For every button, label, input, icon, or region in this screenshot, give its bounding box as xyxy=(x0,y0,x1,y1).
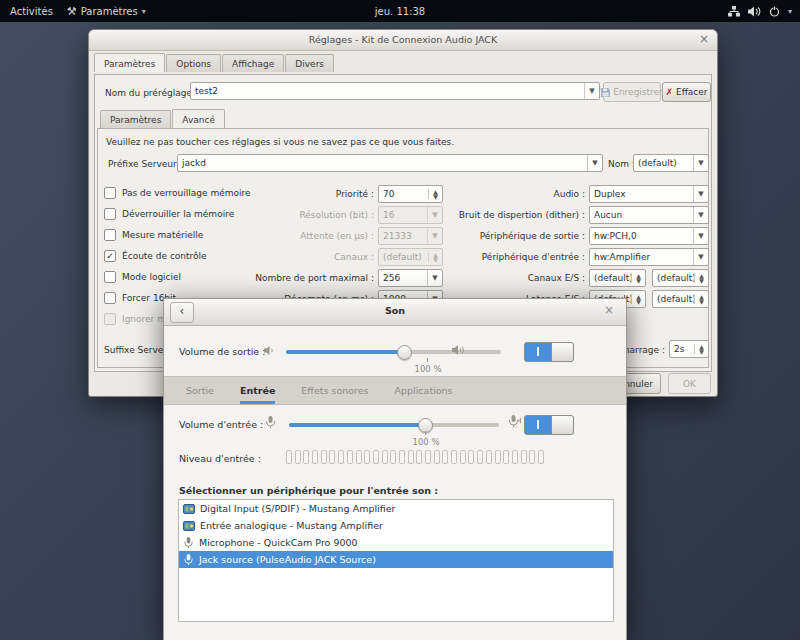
level-segment xyxy=(538,450,544,464)
close-icon[interactable]: × xyxy=(699,33,709,45)
device-row-analog-input[interactable]: Entrée analogique - Mustang Amplifier xyxy=(179,517,613,534)
level-segment xyxy=(356,450,362,464)
device-select-label: Sélectionner un périphérique pour l'entr… xyxy=(179,485,438,496)
checkbox-box xyxy=(104,271,116,283)
output-volume-switch[interactable] xyxy=(524,342,574,362)
server-prefix-label: Préfixe Serveur : xyxy=(108,159,183,169)
level-segment xyxy=(312,450,318,464)
delete-x-icon: ✗ xyxy=(665,87,673,97)
tab-options[interactable]: Options xyxy=(166,54,221,72)
tab-divers[interactable]: Divers xyxy=(285,54,334,72)
tab-effets-sonores[interactable]: Effets sonores xyxy=(301,377,368,404)
server-name-combobox[interactable]: (default) ▼ xyxy=(633,154,709,172)
checkbox-box xyxy=(104,313,116,325)
checkbox-box xyxy=(104,229,116,241)
level-segment xyxy=(529,450,535,464)
chevron-down-icon[interactable]: ▼ xyxy=(693,249,708,265)
startup-delay-spinbox[interactable]: 2s ▲▼ xyxy=(669,340,709,358)
spin-arrows-icon[interactable]: ▲▼ xyxy=(694,294,708,304)
output-volume-handle[interactable] xyxy=(397,345,412,360)
device-row-digital-input[interactable]: Digital Input (S/PDIF) - Mustang Amplifi… xyxy=(179,500,613,517)
output-volume-slider[interactable] xyxy=(286,350,501,354)
chevron-down-icon[interactable]: ▼ xyxy=(693,207,708,223)
spin-arrows-icon[interactable]: ▲▼ xyxy=(631,294,645,304)
sound-dialog-header[interactable]: ‹ Son × xyxy=(164,299,626,326)
save-preset-button[interactable]: Enregistrer xyxy=(603,82,661,102)
input-volume-slider[interactable] xyxy=(289,423,499,427)
system-status-area[interactable]: ▾ xyxy=(728,0,792,22)
delete-preset-button[interactable]: ✗ Effacer xyxy=(662,82,711,102)
tab-affichage[interactable]: Affichage xyxy=(222,54,284,72)
chevron-down-icon[interactable]: ▼ xyxy=(587,155,602,171)
jack-dialog-titlebar[interactable]: Réglages - Kit de Connexion Audio JACK × xyxy=(89,30,717,51)
ok-button[interactable]: OK xyxy=(668,373,711,394)
input-volume-label: Volume d'entrée : xyxy=(179,419,263,430)
level-segment xyxy=(477,450,483,464)
tab-applications[interactable]: Applications xyxy=(395,377,453,404)
tab-sortie[interactable]: Sortie xyxy=(186,377,214,404)
field-max-ports: Nombre de port maximal : 256 ▼ xyxy=(149,267,443,288)
spin-arrows-icon[interactable]: ▲▼ xyxy=(694,273,708,283)
chevron-down-icon[interactable]: ▼ xyxy=(693,228,708,244)
subtab-avance[interactable]: Avancé xyxy=(172,109,225,128)
chevron-down-icon[interactable]: ▼ xyxy=(693,155,708,171)
volume-100-tick xyxy=(425,431,426,435)
warning-text: Veuillez ne pas toucher ces réglages si … xyxy=(106,137,454,147)
volume-100-tick xyxy=(427,358,428,362)
field-io-channels: Canaux E/S : (default) ▲▼ (default) ▲▼ xyxy=(431,267,709,288)
input-level-label: Niveau d'entrée : xyxy=(179,453,261,464)
slider-fill xyxy=(286,350,404,354)
field-priority: Priorité : 70 ▲▼ xyxy=(149,183,443,204)
output-device-combobox[interactable]: hw:PCH,0 ▼ xyxy=(589,227,709,245)
field-dither: Bruit de dispertion (dither) : Aucun ▼ xyxy=(431,204,709,225)
checkbox-box xyxy=(104,292,116,304)
speaker-high-icon xyxy=(452,344,466,356)
level-segment xyxy=(390,450,396,464)
microphone-icon xyxy=(183,537,194,549)
microphone-high-icon xyxy=(508,415,521,428)
switch-knob[interactable] xyxy=(551,416,573,434)
field-output-device: Périphérique de sortie : hw:PCH,0 ▼ xyxy=(431,225,709,246)
audio-combobox[interactable]: Duplex ▼ xyxy=(589,185,709,203)
level-segment xyxy=(364,450,370,464)
field-channels: Canaux : (default) ▲▼ xyxy=(149,246,443,267)
server-prefix-combobox[interactable]: jackd ▼ xyxy=(177,154,603,172)
chevron-down-icon[interactable]: ▼ xyxy=(584,83,599,99)
switch-on-area xyxy=(525,343,551,361)
input-device-combobox[interactable]: hw:Amplifier ▼ xyxy=(589,248,709,266)
subtab-parametres[interactable]: Paramètres xyxy=(100,110,171,128)
tab-entree[interactable]: Entrée xyxy=(240,377,275,404)
out-channels-spinbox[interactable]: (default) ▲▼ xyxy=(652,269,709,287)
level-segment xyxy=(303,450,309,464)
spin-arrows-icon[interactable]: ▲▼ xyxy=(631,273,645,283)
level-segment xyxy=(347,450,353,464)
preset-name-value: test2 xyxy=(191,86,584,96)
level-segment xyxy=(503,450,509,464)
dither-combobox[interactable]: Aucun ▼ xyxy=(589,206,709,224)
desktop: Activités ⚒ Paramètres ▾ jeu. 11:38 ▾ Ré… xyxy=(0,0,800,640)
chevron-down-icon: ▾ xyxy=(788,7,792,16)
jack-main-tabs: ParamètresOptionsAffichageDivers xyxy=(94,53,335,72)
level-segment xyxy=(286,450,292,464)
out-latency-spinbox[interactable]: (default) ▲▼ xyxy=(652,290,709,308)
field-wait: Attente (en µs) : 21333 ▼ xyxy=(149,225,443,246)
clock[interactable]: jeu. 11:38 xyxy=(0,6,800,17)
close-icon[interactable]: × xyxy=(604,304,614,316)
level-segment xyxy=(329,450,335,464)
switch-knob[interactable] xyxy=(551,343,573,361)
input-device-list[interactable]: Digital Input (S/PDIF) - Mustang Amplifi… xyxy=(178,499,614,622)
device-row-microphone[interactable]: Microphone - QuickCam Pro 9000 xyxy=(179,534,613,551)
device-row-jack-source[interactable]: Jack source (PulseAudio JACK Source) xyxy=(179,551,613,568)
in-channels-spinbox[interactable]: (default) ▲▼ xyxy=(589,269,646,287)
tab-parametres[interactable]: Paramètres xyxy=(94,53,165,72)
input-volume-switch[interactable] xyxy=(524,415,574,435)
level-segment xyxy=(425,450,431,464)
server-name-label: Nom : xyxy=(608,159,635,169)
spin-arrows-icon[interactable]: ▲▼ xyxy=(694,344,708,354)
slider-fill xyxy=(289,423,425,427)
level-segment xyxy=(442,450,448,464)
level-segment xyxy=(373,450,379,464)
preset-name-combobox[interactable]: test2 ▼ xyxy=(190,82,600,100)
chevron-down-icon[interactable]: ▼ xyxy=(693,186,708,202)
output-volume-percent: 100 % xyxy=(404,364,452,374)
